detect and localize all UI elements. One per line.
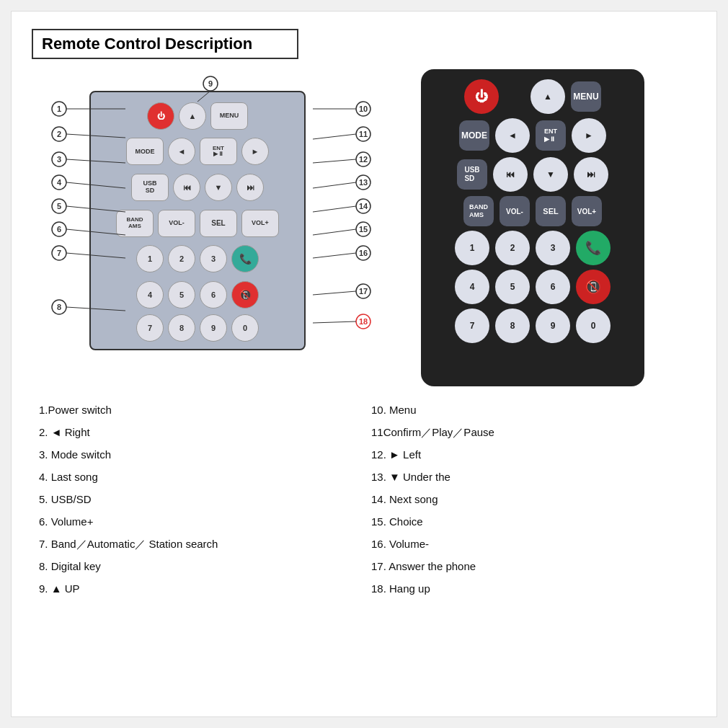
desc-4: 4. Last song (39, 469, 357, 484)
svg-text:16: 16 (359, 249, 368, 257)
diag-btn-6: 6 (200, 281, 227, 308)
svg-point-24 (203, 76, 218, 91)
svg-point-3 (52, 127, 66, 141)
diag-btn-4: 4 (136, 281, 164, 308)
diagram-row-3: USBSD ⏮ ▼ ⏭ (97, 171, 298, 204)
svg-point-39 (356, 199, 370, 213)
remote-btn-6[interactable]: 6 (536, 270, 570, 304)
remote-btn-left[interactable]: ◄ (495, 118, 530, 153)
desc-16: 16. Volume- (371, 536, 689, 551)
svg-text:8: 8 (57, 303, 61, 311)
diag-btn-2: 2 (168, 245, 195, 272)
remote-btn-down[interactable]: ▼ (533, 157, 568, 192)
remote-btn-prev[interactable]: ⏮ (493, 157, 528, 192)
svg-line-41 (313, 206, 356, 212)
svg-line-35 (313, 159, 356, 163)
remote-btn-sel[interactable]: SEL (536, 196, 566, 226)
svg-text:14: 14 (359, 202, 368, 210)
svg-line-53 (313, 321, 356, 323)
svg-text:6: 6 (57, 225, 61, 234)
desc-3: 3. Mode switch (39, 447, 357, 462)
remote-row-7: 7 8 9 0 (428, 308, 637, 343)
svg-text:15: 15 (359, 225, 368, 234)
diagram-row-2: MODE ◄ ENT▶⏸ ► (97, 136, 298, 169)
desc-17: 17. Answer the phone (371, 559, 689, 574)
remote-btn-5[interactable]: 5 (495, 270, 530, 304)
remote-row-6: 4 5 6 📵 (428, 270, 637, 304)
desc-14: 14. Next song (371, 492, 689, 507)
desc-10: 10. Menu (371, 402, 689, 417)
svg-point-45 (356, 246, 370, 260)
svg-point-27 (356, 102, 370, 116)
svg-text:10: 10 (359, 105, 368, 113)
diag-btn-band: BANDAMS (116, 210, 154, 237)
svg-text:3: 3 (57, 155, 61, 164)
diagram: ⏻ ▲ MENU MODE ◄ ENT▶⏸ ► USBSD ⏮ ▼ ⏭ (32, 69, 407, 386)
remote-btn-1[interactable]: 1 (455, 231, 489, 265)
diag-btn-8: 8 (168, 314, 195, 342)
svg-text:5: 5 (57, 202, 61, 210)
remote-btn-0[interactable]: 0 (576, 308, 611, 343)
desc-8: 8. Digital key (39, 559, 357, 574)
svg-text:17: 17 (359, 287, 368, 296)
remote-btn-volminus[interactable]: VOL- (500, 196, 530, 226)
svg-line-32 (313, 134, 356, 139)
remote-btn-power[interactable]: ⏻ (464, 79, 499, 114)
remote-btn-answer[interactable]: 📞 (576, 231, 611, 265)
remote-btn-8[interactable]: 8 (495, 308, 530, 343)
svg-point-9 (52, 175, 66, 190)
desc-13: 13. ▼ Under the (371, 469, 689, 484)
remote-btn-7[interactable]: 7 (455, 308, 489, 343)
remote-btn-4[interactable]: 4 (455, 270, 489, 304)
remote-btn-band[interactable]: BANDAMS (463, 196, 494, 226)
remote-btn-ent[interactable]: ENT▶⏸ (536, 120, 566, 151)
remote-btn-menu[interactable]: MENU (571, 81, 601, 112)
svg-line-44 (313, 229, 356, 235)
desc-15: 15. Choice (371, 514, 689, 529)
svg-point-6 (52, 152, 66, 167)
remote-btn-hangup[interactable]: 📵 (576, 270, 611, 304)
diagram-row-4: BANDAMS VOL- SEL VOL+ (97, 207, 298, 240)
remote-btn-up[interactable]: ▲ (531, 79, 565, 114)
remote-btn-nexttrack[interactable]: ⏭ (574, 157, 608, 192)
remote-btn-mode[interactable]: MODE (459, 120, 489, 151)
diagram-row-1: ⏻ ▲ MENU (97, 99, 298, 133)
desc-2: 2. ◄ Right (39, 425, 357, 440)
remote-btn-volplus[interactable]: VOL+ (572, 196, 602, 226)
diag-btn-ent: ENT▶⏸ (200, 138, 237, 165)
remote-btn-9[interactable]: 9 (536, 308, 570, 343)
svg-text:11: 11 (359, 130, 368, 138)
remote-control: ⏻ ▲ MENU MODE ◄ ENT▶⏸ ► USBSD ⏮ ▼ ⏭ BAND (421, 69, 644, 386)
diag-btn-hangup: 📵 (231, 281, 259, 308)
svg-line-38 (313, 182, 356, 188)
diag-btn-left: ◄ (168, 138, 195, 165)
diag-btn-prev: ⏮ (173, 174, 200, 201)
svg-point-33 (356, 152, 370, 167)
svg-text:12: 12 (359, 155, 368, 164)
desc-1: 1.Power switch (39, 402, 357, 417)
diag-btn-9: 9 (200, 314, 227, 342)
page: Remote Control Description ⏻ ▲ MENU MODE… (11, 11, 717, 717)
remote-btn-3[interactable]: 3 (536, 231, 570, 265)
diag-btn-mode: MODE (126, 138, 164, 165)
remote-btn-right[interactable]: ► (572, 118, 606, 153)
desc-7: 7. Band／Automatic／ Station search (39, 536, 357, 551)
svg-point-30 (356, 127, 370, 141)
svg-point-0 (52, 102, 66, 116)
svg-point-12 (52, 199, 66, 213)
diag-btn-volplus: VOL+ (241, 210, 279, 237)
desc-5: 5. USB/SD (39, 492, 357, 507)
svg-line-50 (313, 291, 356, 295)
svg-text:4: 4 (57, 178, 62, 187)
diag-btn-5: 5 (168, 281, 195, 308)
svg-point-18 (52, 246, 66, 260)
svg-point-42 (356, 222, 370, 236)
svg-text:2: 2 (57, 130, 61, 138)
top-section: ⏻ ▲ MENU MODE ◄ ENT▶⏸ ► USBSD ⏮ ▼ ⏭ (32, 69, 696, 386)
remote-row-2: MODE ◄ ENT▶⏸ ► (428, 118, 637, 153)
remote-btn-usbsd[interactable]: USBSD (457, 159, 487, 190)
remote-btn-2[interactable]: 2 (495, 231, 530, 265)
diag-btn-power: ⏻ (147, 102, 174, 130)
desc-11: 11Confirm／Play／Pause (371, 425, 689, 440)
svg-point-21 (52, 300, 66, 314)
